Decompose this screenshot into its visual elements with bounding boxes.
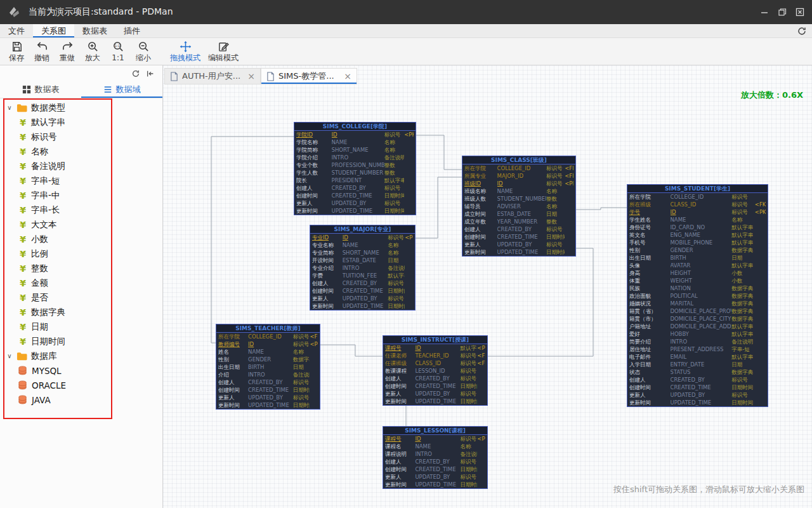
toolbar-label: 保存: [9, 53, 24, 62]
field-key-marker: [755, 391, 766, 399]
toolbar-button-zoom-in[interactable]: 放大: [80, 41, 105, 62]
field-key-marker: [310, 394, 318, 401]
field-type: 标识号: [384, 131, 404, 138]
tree-item-datatype[interactable]: ¥日期: [0, 319, 162, 334]
field-en-name: UPDATED_TIME: [415, 481, 460, 488]
tree-item-datatype[interactable]: ¥字串-中: [0, 188, 162, 203]
toolbar-button-redo[interactable]: 重做: [55, 41, 80, 62]
menu-item[interactable]: 数据表: [74, 24, 115, 37]
tree-item-datatype[interactable]: ¥数据字典: [0, 305, 162, 319]
close-tab-icon[interactable]: ×: [247, 72, 255, 81]
toolbar-button-zoom-out[interactable]: 缩小: [131, 41, 156, 62]
field-key-marker: [477, 465, 485, 473]
field-en-name: CREATED_TIME: [415, 382, 460, 390]
tree-item-datatype[interactable]: ¥字串-短: [0, 173, 162, 188]
datatype-icon: ¥: [19, 161, 27, 171]
grid-icon: [22, 85, 31, 94]
field-en-name: STATUS: [671, 368, 732, 376]
field-key-marker: [310, 363, 318, 371]
field-key-marker: [477, 481, 485, 488]
field-cn-name: 成立时间: [464, 210, 497, 218]
table-row: 简要介绍INTRO备注说明: [627, 338, 768, 345]
field-key-marker: <FK>: [565, 172, 573, 180]
menu-item[interactable]: 关系图: [33, 24, 74, 37]
field-en-name: ID: [332, 131, 384, 138]
sidebar-tab-datatable[interactable]: 数据表: [0, 81, 81, 98]
close-tab-icon[interactable]: ×: [344, 72, 351, 81]
tree-item-label: ORACLE: [32, 380, 66, 391]
table-title: SIMS_TEACHER[教师]: [216, 324, 320, 333]
toolbar-button-undo[interactable]: 撤销: [29, 41, 55, 62]
field-en-name: ID: [415, 435, 460, 443]
field-key-marker: [477, 458, 485, 465]
field-key-marker: [404, 138, 414, 146]
er-table[interactable]: SIMS_STUDENT[学生]所在学院COLLEGE_ID标识号所在班级CLA…: [627, 184, 768, 407]
toolbar-button-zoom-reset[interactable]: 1:11:1: [105, 41, 131, 62]
minimize-icon[interactable]: [760, 8, 769, 17]
restore-icon[interactable]: [778, 8, 787, 17]
table-row: 所在学院COLLEGE_ID标识号<FK>: [216, 333, 320, 340]
field-cn-name: 辅导员: [464, 203, 497, 210]
table-row: 爱好HOBBY默认字串: [627, 330, 768, 338]
refresh-icon[interactable]: [131, 69, 140, 78]
er-table[interactable]: SIMS_CLASS[班级]所在学院COLLEGE_ID标识号<FK>所属专业M…: [462, 156, 576, 257]
tree-item-database[interactable]: JAVA: [0, 392, 162, 407]
menu-item[interactable]: 文件: [0, 24, 33, 37]
close-icon[interactable]: [796, 8, 804, 17]
tree-item-datatype[interactable]: ¥小数: [0, 232, 162, 246]
diagram-tab[interactable]: SIMS-教学管...×: [261, 68, 357, 84]
tree-item-datatype[interactable]: ¥是否: [0, 290, 162, 305]
field-key-marker: [755, 216, 766, 224]
svg-text:1:1: 1:1: [114, 44, 119, 48]
toolbar-button-drag-mode[interactable]: 拖拽模式: [166, 41, 204, 62]
tree-item-datatype[interactable]: ¥名称: [0, 144, 162, 159]
tree-item-datatype[interactable]: ¥金额: [0, 276, 162, 290]
collapse-sidebar-icon[interactable]: [146, 69, 155, 78]
field-cn-name: 户籍地址: [629, 323, 671, 330]
field-key-marker: [405, 249, 413, 257]
tree-folder[interactable]: ∨数据库: [0, 349, 162, 363]
edit-mode-icon: [218, 41, 230, 53]
tree-item-label: 字串-中: [31, 190, 60, 201]
field-type: 备注说明: [384, 154, 404, 161]
table-row: 学院名称NAME名称: [294, 138, 416, 146]
tree-item-datatype[interactable]: ¥备注说明: [0, 159, 162, 173]
er-table[interactable]: SIMS_INSTRUCT[授课]课程号ID默认字串<PK>任课老师TEACHE…: [383, 335, 488, 406]
field-cn-name: 学生姓名: [629, 216, 671, 224]
diagram-tab[interactable]: AUTH-用户安...×: [164, 68, 261, 84]
field-en-name: UPDATED_BY: [332, 199, 384, 207]
toolbar-button-save[interactable]: 保存: [4, 41, 29, 62]
sidebar: 数据表数据域 ∨数据类型¥默认字串¥标识号¥名称¥备注说明¥字串-短¥字串-中¥…: [0, 65, 163, 508]
sidebar-tab-datadomain[interactable]: 数据域: [81, 81, 162, 98]
er-table[interactable]: SIMS_LESSON[课程]课程号ID标识号<PK>课程名NAME名称课程说明…: [383, 426, 488, 489]
tree-item-datatype[interactable]: ¥标识号: [0, 130, 162, 144]
chevron-down-icon[interactable]: ∨: [6, 104, 13, 111]
tree-folder[interactable]: ∨数据类型: [0, 100, 162, 115]
tree-item-datatype[interactable]: ¥大文本: [0, 217, 162, 232]
field-type: 日期: [388, 257, 405, 264]
table-row: 创建时间CREATED_TIME日期时间: [383, 382, 487, 390]
chevron-down-icon[interactable]: ∨: [6, 352, 13, 359]
table-row: 籍贯（省）DOMICILE_PLACE_PROVINCE数据字典: [627, 307, 768, 315]
field-key-marker: [405, 272, 413, 279]
field-key-marker: [405, 287, 413, 295]
er-table[interactable]: SIMS_MAJOR[专业]专业IDID标识号<PK>专业名称NAME名称专业简…: [310, 225, 416, 311]
er-table[interactable]: SIMS_TEACHER[教师]所在学院COLLEGE_ID标识号<FK>教师编…: [216, 324, 320, 410]
tree-item-database[interactable]: MYSQL: [0, 363, 162, 378]
tree-item-datatype[interactable]: ¥比例: [0, 246, 162, 261]
field-type: 标识号: [460, 473, 477, 481]
er-table[interactable]: SIMS_COLLEGE[学院]学院IDID标识号<PK>学院名称NAME名称学…: [294, 122, 416, 215]
sync-icon[interactable]: [797, 26, 807, 36]
tree-item-database[interactable]: ORACLE: [0, 378, 162, 392]
diagram-canvas[interactable]: SIMS_COLLEGE[学院]学院IDID标识号<PK>学院名称NAME名称学…: [163, 65, 812, 508]
tree-item-datatype[interactable]: ¥日期时间: [0, 334, 162, 349]
tree-item-datatype[interactable]: ¥默认字串: [0, 115, 162, 130]
field-cn-name: 姓名: [218, 348, 248, 356]
tree-item-datatype[interactable]: ¥整数: [0, 261, 162, 276]
zoom-in-icon: [87, 41, 99, 53]
toolbar-button-edit-mode[interactable]: 编辑模式: [204, 41, 242, 62]
menu-item[interactable]: 插件: [115, 24, 148, 37]
zoom-factor-label: 放大倍数：0.6X: [741, 90, 803, 101]
tree-item-datatype[interactable]: ¥字串-长: [0, 203, 162, 217]
table-row: 院长PRESIDENT默认字串: [294, 177, 416, 184]
